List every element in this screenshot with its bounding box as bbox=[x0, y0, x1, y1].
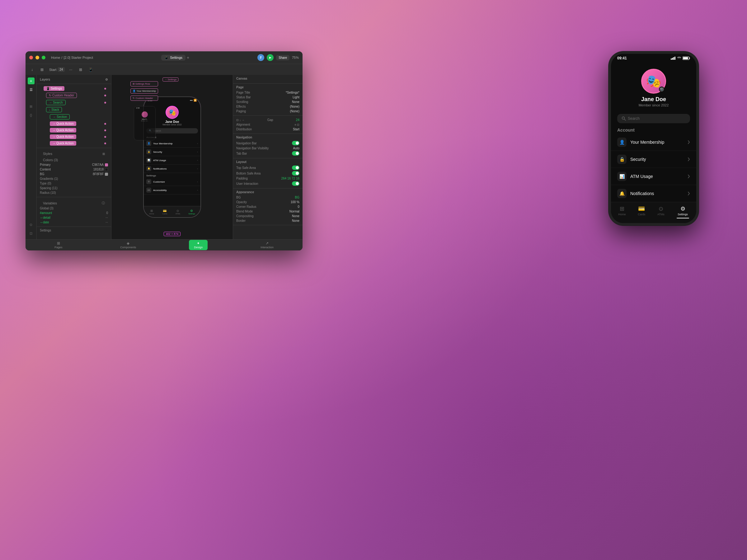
phone-menu-atm[interactable]: 📊 ATM Usage › bbox=[144, 156, 201, 165]
frame-icon[interactable]: ⊞ bbox=[38, 65, 46, 74]
widgets-icon[interactable]: ⊡ bbox=[28, 230, 34, 237]
preview-menu-security[interactable]: 🔒 Security bbox=[611, 151, 696, 168]
padding-value: 264 16 72 16 bbox=[281, 177, 300, 180]
variables-icon[interactable]: {} bbox=[28, 112, 34, 118]
alignment-icons: ≡ ⊡ bbox=[294, 123, 300, 126]
tab-pages[interactable]: ⊞ Pages bbox=[50, 241, 68, 249]
accessibility-icon: AA bbox=[146, 188, 151, 193]
nav-bar-toggle[interactable] bbox=[292, 141, 300, 145]
figma-toolbar: ↓ ⊞ Start 24 ··· ⊞ 📱 bbox=[26, 64, 303, 75]
phone-tab-cards[interactable]: 💳 Cards bbox=[162, 209, 167, 215]
phone-tab-settings[interactable]: ⚙ Settings bbox=[188, 209, 195, 215]
nav-bar-row: Navigation Bar bbox=[236, 140, 300, 146]
layer-quick-action-1[interactable]: → Quick Action bbox=[38, 121, 109, 127]
membership-chip-icon: 👤 bbox=[133, 89, 136, 92]
preview-tab-settings[interactable]: ⚙ Settings bbox=[677, 205, 689, 218]
membership-chevron: › bbox=[197, 142, 198, 145]
layer-quick-action-3[interactable]: → Quick Action bbox=[38, 133, 109, 140]
phone-menu-security[interactable]: 🔒 Security › bbox=[144, 148, 201, 156]
figma-right-controls: F ▶ Share 75% bbox=[257, 54, 299, 61]
breadcrumb: Home / [2.0] Starter Project bbox=[51, 56, 93, 59]
preview-menu-membership[interactable]: 👤 Your Membership bbox=[611, 134, 696, 151]
top-safe-label: Top Safe Area bbox=[236, 166, 256, 169]
close-button[interactable] bbox=[29, 56, 33, 59]
breadcrumb-project[interactable]: [2.0] Starter Project bbox=[63, 56, 93, 59]
assets-icon[interactable]: ⊞ bbox=[28, 103, 34, 110]
preview-home-label: Home bbox=[618, 213, 626, 216]
grid-icon[interactable]: ⊞ bbox=[77, 65, 85, 74]
layer-quick-action-2[interactable]: → Quick Action bbox=[38, 127, 109, 133]
secondary-phone: 3:58 Jane D... Member sin... bbox=[134, 106, 156, 140]
tab-interaction[interactable]: ↗ Interaction bbox=[256, 241, 279, 249]
maximize-button[interactable] bbox=[42, 56, 46, 59]
plugins-icon[interactable]: ⊙ bbox=[28, 221, 34, 228]
phone-preview: 09:41 bbox=[609, 51, 699, 225]
var-amount-label: amount bbox=[42, 211, 52, 215]
layer-section[interactable]: → Section bbox=[38, 113, 109, 121]
breadcrumb-home[interactable]: Home bbox=[51, 56, 60, 59]
active-tab[interactable]: 📱 Settings bbox=[161, 55, 185, 61]
spacing-label: Spacing (11) bbox=[40, 186, 108, 190]
play-button[interactable]: ▶ bbox=[267, 54, 274, 61]
svg-rect-2 bbox=[673, 57, 674, 60]
figma-center-tabs: 📱 Settings + bbox=[96, 55, 255, 61]
preview-tab-home[interactable]: ⊞ Home bbox=[618, 205, 626, 216]
paging-value: (None) bbox=[290, 109, 300, 113]
dot-indicator-4 bbox=[104, 123, 106, 125]
atm-label: ATM Usage bbox=[153, 159, 195, 162]
user-interaction-toggle[interactable] bbox=[292, 181, 300, 186]
nav-bar-label: Navigation Bar bbox=[236, 141, 257, 145]
add-layer-button[interactable]: + bbox=[28, 77, 34, 84]
accessibility-label: Accessibility bbox=[153, 189, 195, 192]
phone-menu-accessibility[interactable]: AA Accessibility › bbox=[144, 186, 201, 194]
tab-design[interactable]: ✦ Design bbox=[189, 240, 208, 250]
tab-components[interactable]: ◈ Components bbox=[115, 241, 141, 249]
layer-settings[interactable]: 📱 Settings bbox=[38, 85, 109, 92]
preview-search-bar[interactable]: Search bbox=[617, 114, 690, 123]
nav-visibility-value: Auto bbox=[293, 146, 300, 150]
figma-canvas[interactable]: → Settings 3:58 ▪▪▪ 📶 bbox=[111, 75, 233, 239]
phone-menu-notifications[interactable]: 🔔 Notifications › bbox=[144, 165, 201, 173]
membership-chevron-icon bbox=[688, 140, 690, 144]
more-options-icon[interactable]: ··· bbox=[67, 65, 75, 74]
nav-visibility-label: Navigation Bar Visibility bbox=[236, 146, 268, 150]
layer-search[interactable]: → Search bbox=[38, 99, 109, 106]
phone-menu-membership[interactable]: 👤 Your Membership › bbox=[144, 139, 201, 148]
blend-mode-label: Blend Mode bbox=[236, 210, 253, 213]
layer-stack[interactable]: ↓ Stack bbox=[38, 106, 109, 113]
layer-quick-action-4[interactable]: → Quick Action bbox=[38, 140, 109, 146]
preview-tab-cards[interactable]: 💳 Cards bbox=[638, 205, 645, 216]
phone-menu-customize[interactable]: ⚙ Customize › bbox=[144, 178, 201, 186]
preview-menu-notifications[interactable]: 🔔 Notifications bbox=[611, 185, 696, 202]
design-label: Design bbox=[194, 246, 203, 249]
variable-amount: # amount 0 bbox=[40, 211, 108, 215]
svg-rect-1 bbox=[672, 58, 673, 60]
corner-radius-label: Corner Radius bbox=[236, 205, 256, 209]
preview-menu-atm[interactable]: 📊 ATM Usage bbox=[611, 168, 696, 185]
layer-custom-header[interactable]: ↻ Custom Header bbox=[38, 92, 109, 99]
phone-tab-home[interactable]: ⊞ Home bbox=[149, 209, 154, 215]
tab-bar-toggle[interactable] bbox=[292, 151, 300, 156]
your-membership-chip[interactable]: 👤 Your Membership bbox=[130, 88, 158, 94]
phone-user-name: Jane Doe bbox=[165, 120, 179, 124]
gradients-label: Gradients (1) bbox=[40, 177, 108, 181]
phone-avatar: 🎭 bbox=[165, 106, 179, 119]
minimize-button[interactable] bbox=[35, 56, 39, 59]
phone-icon[interactable]: 📱 bbox=[86, 65, 95, 74]
preview-cards-icon: 💳 bbox=[638, 205, 645, 212]
customize-chevron: › bbox=[197, 181, 198, 183]
interaction-label: Interaction bbox=[260, 246, 274, 249]
figma-app-window: Home / [2.0] Starter Project 📱 Settings … bbox=[26, 51, 303, 250]
top-safe-toggle[interactable] bbox=[292, 165, 300, 170]
add-tab-button[interactable]: + bbox=[187, 55, 189, 60]
share-button[interactable]: Share bbox=[276, 55, 289, 60]
navigation-title: Navigation bbox=[236, 136, 300, 139]
layers-options-icon[interactable]: ⚙ bbox=[105, 78, 108, 81]
phone-tab-atms[interactable]: ⊙ ATMs bbox=[176, 209, 180, 215]
start-value[interactable]: 24 bbox=[58, 67, 65, 72]
arrow-down-icon[interactable]: ↓ bbox=[28, 65, 36, 74]
layers-icon[interactable]: ☰ bbox=[28, 86, 34, 93]
opacity-value: 100 % bbox=[291, 201, 300, 204]
preview-tab-atms[interactable]: ⊙ ATMs bbox=[658, 205, 665, 216]
bottom-safe-toggle[interactable] bbox=[292, 171, 300, 176]
